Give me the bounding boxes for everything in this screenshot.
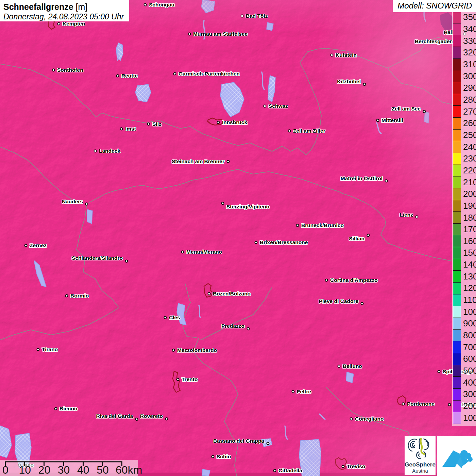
city-marker-reutte (116, 74, 119, 78)
colorbar-cell-1300 (453, 270, 461, 283)
city-marker-matrei-in-osttirol (385, 180, 388, 183)
model-label: Modell: SNOWGRID (397, 1, 472, 10)
colorbar-cell-3300 (453, 35, 461, 47)
city-marker-schio (211, 455, 215, 458)
city-label-matrei-in-osttirol: Matrei in Osttirol (341, 175, 382, 182)
city-label-mittersill: Mittersill (381, 117, 403, 123)
colorbar-tick-label-400: 400 (463, 377, 476, 388)
colorbar-tick-label-200: 200 (463, 401, 476, 411)
city-marker-lienz (415, 216, 419, 219)
city-marker-riva-del-garda (135, 418, 138, 421)
city-marker-brixen-bressanone (255, 241, 258, 244)
colorbar-tick-label-1000: 1000 (463, 306, 476, 317)
scale-bar-label-5: 50 (97, 464, 109, 476)
city-label-meran-merano: Meran/Merano (186, 249, 222, 255)
city-marker-silz (147, 123, 150, 126)
colorbar-cell-2900 (453, 82, 461, 94)
city-layer: SchongauBad TölzKemptenMurnau am Staffel… (0, 0, 476, 476)
colorbar-cell-600 (453, 353, 461, 365)
city-label-belluno: Belluno (343, 363, 362, 369)
city-marker-sonthofen (52, 69, 55, 72)
city-label-conegliano: Conegliano (355, 416, 384, 422)
mountain-cloud-logo-icon (440, 441, 474, 472)
colorbar-tick-label-700: 700 (463, 342, 476, 352)
scale-bar-label-3: 30 (58, 464, 70, 476)
colorbar-cell-2400 (453, 141, 461, 153)
city-label-zernez: Zernez (30, 242, 47, 249)
city-label-zell-am-ziller: Zell am Ziller (293, 128, 325, 134)
city-marker-treviso (342, 465, 345, 468)
city-marker-kufstein (330, 54, 334, 57)
city-marker-conegliano (350, 418, 353, 421)
city-marker-predazzo (247, 327, 250, 330)
colorbar-cell-2000 (453, 188, 461, 200)
city-label-pordenone: Pordenone (407, 401, 435, 407)
city-marker-innsbruck (217, 121, 220, 124)
scale-bar-label-0: 0 (2, 464, 8, 476)
city-marker-cortina-d-ampezzo (325, 279, 328, 282)
city-marker-mittersill (376, 119, 379, 122)
colorbar-cell-2100 (453, 176, 461, 188)
city-label-imst: Imst (125, 126, 136, 132)
colorbar-cell-1000 (453, 306, 461, 318)
colorbar-tick-label-3100: 3100 (463, 59, 476, 69)
city-marker-schongau (144, 3, 147, 6)
colorbar-tick-label-100: 100 (463, 412, 476, 423)
colorbar-tick-label-3500: 3500 (463, 12, 476, 22)
city-label-riva-del-garda: Riva del Garda (96, 413, 133, 419)
city-marker-bassano-del-grappa (267, 442, 270, 445)
colorbar-tick-label-2500: 2500 (463, 130, 476, 140)
city-marker-mezzolombardo (172, 349, 175, 352)
colorbar-cell-1700 (453, 223, 461, 236)
colorbar-tick-label-3400: 3400 (463, 23, 476, 34)
city-label-mezzolombardo: Mezzolombardo (177, 347, 217, 353)
colorbar-cell-1400 (453, 259, 461, 271)
city-label-trento: Trento (182, 376, 198, 382)
colorbar-tick-label-2400: 2400 (463, 141, 476, 152)
city-label-zell-am-see: Zell am See (392, 106, 421, 112)
city-label-brixen-bressanone: Brixen/Bressanone (260, 239, 308, 245)
avalanche-logo-box (437, 436, 476, 476)
city-marker-spilimbergo (438, 370, 441, 373)
colorbar-tick-label-1400: 1400 (463, 259, 476, 270)
city-label-silz: Silz (152, 121, 162, 127)
title-unit: [m] (76, 2, 88, 12)
city-marker-kitzb-hel (363, 83, 366, 86)
weather-map: SchongauBad TölzKemptenMurnau am Staffel… (0, 0, 476, 476)
colorbar-cell-2300 (453, 153, 461, 165)
city-label-schio: Schio (217, 454, 231, 460)
colorbar-tick-label-3200: 3200 (463, 47, 476, 58)
colorbar-cell-2700 (453, 105, 461, 118)
colorbar-tick-label-2000: 2000 (463, 189, 476, 199)
geosphere-logo-icon (405, 436, 436, 461)
city-label-cles: Cles (169, 314, 180, 321)
colorbar-tick-label-1500: 1500 (463, 248, 476, 258)
city-marker-zell-am-ziller (288, 130, 291, 133)
colorbar-tick-label-1100: 1100 (463, 295, 476, 305)
city-marker-schlanders-silandro (125, 260, 128, 263)
city-label-predazzo: Predazzo (221, 323, 244, 329)
colorbar-cell-1200 (453, 282, 461, 294)
scale-bar-label-1: 10 (19, 464, 31, 476)
scale-bar-label-2: 20 (38, 464, 51, 476)
city-label-treviso: Treviso (347, 463, 365, 470)
city-marker-rovereto (165, 418, 168, 421)
city-marker-cles (164, 316, 167, 319)
city-label-rovereto: Rovereto (140, 413, 163, 419)
city-label-murnau-am-staffelsee: Murnau am Staffelsee (193, 31, 248, 37)
colorbar-cell-400 (453, 376, 461, 389)
model-label-box: Modell: SNOWGRID (393, 0, 476, 12)
city-marker-tirano (37, 348, 40, 351)
scale-bar-label-4: 40 (77, 464, 89, 476)
city-marker-zell-am-see (423, 110, 426, 113)
colorbar-tick-label-600: 600 (463, 354, 476, 364)
city-marker-sillian (367, 234, 370, 237)
city-marker-nauders (85, 203, 88, 206)
colorbar-tick-label-300: 300 (463, 389, 476, 400)
city-label-feltre: Feltre (297, 389, 311, 395)
colorbar-cell-1100 (453, 294, 461, 306)
scale-bar-label-6: 60km (116, 464, 142, 476)
city-label-kitzb-hel: Kitzbühel (337, 79, 361, 85)
colorbar-tick-label-500: 500 (463, 366, 476, 376)
city-label-garmisch-partenkirchen: Garmisch-Partenkirchen (178, 71, 240, 77)
